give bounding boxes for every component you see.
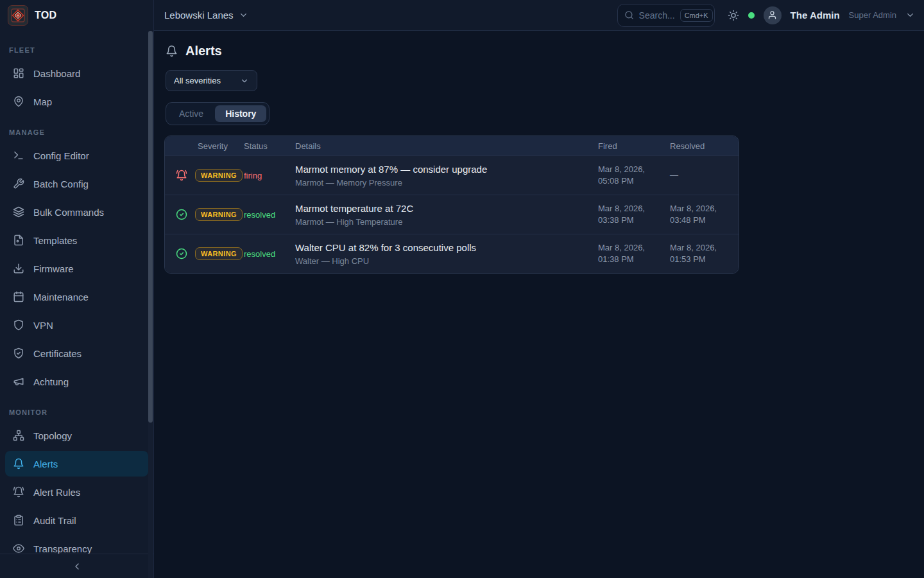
map-pin-icon bbox=[13, 96, 24, 107]
sidebar-item-label: Maintenance bbox=[33, 292, 89, 302]
sidebar-item-achtung[interactable]: Achtung bbox=[5, 369, 148, 394]
sidebar-item-maintenance[interactable]: Maintenance bbox=[5, 284, 148, 310]
severity-badge: WARNING bbox=[195, 208, 243, 221]
details-cell: Marmot temperature at 72C Marmot — High … bbox=[291, 197, 598, 233]
org-name: Lebowski Lanes bbox=[164, 10, 234, 21]
sidebar-item-label: Templates bbox=[33, 235, 77, 246]
status-text: resolved bbox=[244, 249, 291, 259]
alert-title: Marmot memory at 87% — consider upgrade bbox=[295, 164, 593, 175]
chevron-left-icon bbox=[72, 561, 82, 572]
sidebar-item-firmware[interactable]: Firmware bbox=[5, 256, 148, 281]
severity-cell: WARNING bbox=[165, 169, 244, 182]
download-icon bbox=[13, 263, 24, 274]
main-area: Lebowski Lanes Search... Cmd+K bbox=[154, 0, 924, 578]
user-name: The Admin bbox=[791, 10, 840, 21]
sidebar-nav: FLEET Dashboard Map MANAGE Config Editor bbox=[0, 31, 153, 554]
search-placeholder: Search... bbox=[639, 10, 675, 21]
bell-icon bbox=[13, 458, 24, 469]
shield-icon bbox=[13, 319, 24, 331]
topbar-right: Search... Cmd+K The Admin Super Admin bbox=[617, 4, 915, 27]
search-input[interactable]: Search... Cmd+K bbox=[617, 4, 715, 27]
page-header: Alerts bbox=[166, 44, 914, 58]
sidebar-scrollbar-thumb[interactable] bbox=[148, 31, 153, 423]
sidebar-item-config-editor[interactable]: Config Editor bbox=[5, 143, 148, 168]
fired-timestamp: Mar 8, 2026, 01:38 PM bbox=[598, 242, 670, 265]
brand-header: TOD bbox=[0, 0, 153, 31]
connection-status-dot bbox=[748, 12, 755, 19]
sidebar-item-label: Dashboard bbox=[33, 68, 80, 79]
resolved-timestamp: Mar 8, 2026, 03:48 PM bbox=[670, 203, 739, 225]
severity-filter-select[interactable]: All severities bbox=[166, 70, 257, 91]
clipboard-list-icon bbox=[13, 514, 24, 526]
details-cell: Marmot memory at 87% — consider upgrade … bbox=[291, 157, 598, 194]
sidebar-item-topology[interactable]: Topology bbox=[5, 423, 148, 448]
details-cell: Walter CPU at 82% for 3 consecutive poll… bbox=[291, 236, 598, 272]
column-header-status: Status bbox=[244, 141, 291, 151]
sidebar-item-label: Bulk Commands bbox=[33, 207, 104, 218]
org-switcher[interactable]: Lebowski Lanes bbox=[164, 10, 248, 21]
resolved-timestamp: — bbox=[670, 170, 739, 181]
sidebar-item-label: Transparency bbox=[33, 543, 92, 554]
eye-icon bbox=[13, 543, 24, 554]
sidebar-item-label: Config Editor bbox=[33, 150, 89, 161]
sidebar-item-vpn[interactable]: VPN bbox=[5, 312, 148, 338]
tab-history[interactable]: History bbox=[215, 105, 266, 122]
alerts-table: Severity Status Details Fired Resolved W… bbox=[164, 136, 739, 274]
alerts-page: Alerts All severities Active History Sev… bbox=[154, 31, 924, 283]
table-row[interactable]: WARNING firing Marmot memory at 87% — co… bbox=[165, 155, 739, 195]
sidebar-item-alerts[interactable]: Alerts bbox=[5, 451, 148, 477]
check-circle-icon bbox=[176, 248, 187, 259]
status-text: firing bbox=[244, 171, 291, 180]
sidebar-item-label: VPN bbox=[33, 320, 53, 331]
sun-icon[interactable] bbox=[728, 10, 739, 21]
section-label-fleet: FLEET bbox=[0, 46, 153, 54]
sidebar-collapse-button[interactable] bbox=[0, 554, 153, 578]
bell-icon bbox=[166, 45, 178, 57]
fired-timestamp: Mar 8, 2026, 03:38 PM bbox=[598, 203, 670, 225]
network-icon bbox=[13, 430, 24, 441]
alert-subtitle: Marmot — High Temperature bbox=[295, 217, 593, 227]
sidebar-item-label: Audit Trail bbox=[33, 515, 76, 526]
chevron-down-icon bbox=[239, 10, 248, 20]
sidebar-item-alert-rules[interactable]: Alert Rules bbox=[5, 479, 148, 505]
column-header-fired: Fired bbox=[598, 141, 670, 151]
sidebar-item-audit-trail[interactable]: Audit Trail bbox=[5, 507, 148, 533]
fired-timestamp: Mar 8, 2026, 05:08 PM bbox=[598, 164, 670, 186]
severity-cell: WARNING bbox=[165, 208, 244, 221]
sidebar-item-templates[interactable]: Templates bbox=[5, 227, 148, 253]
column-header-resolved: Resolved bbox=[670, 141, 739, 151]
tab-active[interactable]: Active bbox=[169, 105, 214, 122]
megaphone-icon bbox=[13, 376, 24, 387]
alert-subtitle: Walter — High CPU bbox=[295, 256, 593, 266]
user-role-badge: Super Admin bbox=[849, 10, 896, 20]
terminal-icon bbox=[13, 150, 24, 161]
calendar-icon bbox=[13, 291, 24, 302]
sidebar-item-dashboard[interactable]: Dashboard bbox=[5, 60, 148, 86]
resolved-timestamp: Mar 8, 2026, 01:53 PM bbox=[670, 242, 739, 265]
topbar: Lebowski Lanes Search... Cmd+K bbox=[154, 0, 924, 31]
brand-name: TOD bbox=[35, 10, 56, 21]
sidebar-item-certificates[interactable]: Certificates bbox=[5, 340, 148, 366]
sidebar-item-map[interactable]: Map bbox=[5, 89, 148, 114]
table-row[interactable]: WARNING resolved Walter CPU at 82% for 3… bbox=[165, 234, 739, 273]
sidebar-item-batch-config[interactable]: Batch Config bbox=[5, 171, 148, 197]
chevron-down-icon[interactable] bbox=[905, 10, 915, 20]
table-row[interactable]: WARNING resolved Marmot temperature at 7… bbox=[165, 195, 739, 234]
sidebar-item-transparency[interactable]: Transparency bbox=[5, 536, 148, 554]
chevron-down-icon bbox=[240, 76, 249, 85]
check-circle-icon bbox=[176, 209, 187, 220]
severity-filter-value: All severities bbox=[174, 76, 221, 85]
severity-badge: WARNING bbox=[195, 247, 243, 260]
sidebar-item-label: Map bbox=[33, 96, 52, 107]
sidebar-scrollbar-track[interactable] bbox=[148, 31, 153, 578]
avatar[interactable] bbox=[764, 6, 782, 24]
sidebar: TOD FLEET Dashboard Map MANAGE Config Ed… bbox=[0, 0, 154, 578]
sidebar-item-bulk-commands[interactable]: Bulk Commands bbox=[5, 199, 148, 225]
sidebar-item-label: Alert Rules bbox=[33, 487, 80, 498]
dashboard-icon bbox=[13, 67, 24, 79]
sidebar-item-label: Alerts bbox=[33, 459, 58, 469]
shield-check-icon bbox=[13, 347, 24, 359]
sidebar-item-label: Achtung bbox=[33, 376, 69, 387]
diamond-logo-icon bbox=[10, 8, 26, 23]
sidebar-item-label: Batch Config bbox=[33, 179, 89, 189]
